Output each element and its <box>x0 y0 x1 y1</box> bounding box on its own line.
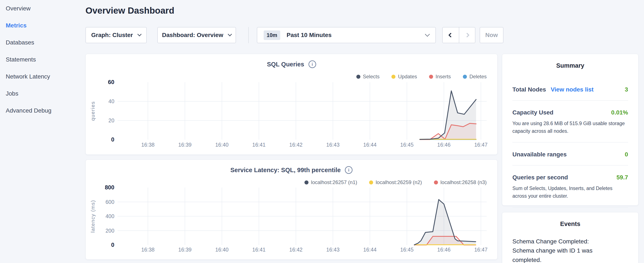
svg-text:16:47: 16:47 <box>474 142 488 148</box>
svg-text:16:45: 16:45 <box>400 142 414 148</box>
sidebar-item-metrics[interactable]: Metrics <box>6 22 82 29</box>
sql-queries-chart-svg: 16:3816:3916:4016:4116:4216:4316:4416:45… <box>86 54 497 154</box>
dashboard-dropdown-label: Dashboard: Overview <box>162 32 223 39</box>
svg-text:16:44: 16:44 <box>363 142 377 148</box>
time-range-badge: 10m <box>264 31 280 40</box>
svg-text:16:40: 16:40 <box>216 247 228 252</box>
page-title: Overview Dashboard <box>86 6 174 16</box>
sidebar-item-overview[interactable]: Overview <box>6 5 82 12</box>
controls-divider <box>248 27 249 43</box>
summary-value: 3 <box>625 86 628 93</box>
svg-text:600: 600 <box>106 199 114 205</box>
view-nodes-list-link[interactable]: View nodes list <box>551 86 594 93</box>
summary-label: Queries per second <box>512 174 568 181</box>
summary-label: Total Nodes <box>512 86 546 93</box>
events-title: Events <box>502 212 638 227</box>
svg-text:60: 60 <box>108 79 114 85</box>
now-button[interactable]: Now <box>480 27 504 43</box>
svg-text:16:39: 16:39 <box>178 142 191 148</box>
sidebar-item-jobs[interactable]: Jobs <box>6 90 82 97</box>
svg-text:0: 0 <box>111 242 114 248</box>
summary-value: 59.7 <box>616 174 628 181</box>
summary-title: Summary <box>502 54 638 69</box>
svg-text:16:39: 16:39 <box>178 247 191 252</box>
now-button-label: Now <box>485 32 498 39</box>
chevron-left-icon <box>448 33 453 38</box>
svg-text:16:47: 16:47 <box>474 247 488 252</box>
service-latency-chart-card: Service Latency: SQL, 99th percentile i … <box>86 160 498 259</box>
graph-scope-dropdown-label: Graph: Cluster <box>91 32 133 39</box>
summary-row-queries-per-second: Queries per second 59.7 Sum of Selects, … <box>512 166 628 207</box>
time-next-button[interactable] <box>459 28 475 43</box>
sidebar-item-statements[interactable]: Statements <box>6 56 82 63</box>
svg-text:800: 800 <box>105 184 114 191</box>
svg-text:16:38: 16:38 <box>141 247 154 252</box>
svg-text:40: 40 <box>108 98 114 104</box>
time-nav-group <box>442 27 476 43</box>
chevron-down-icon <box>425 32 430 37</box>
time-prev-button[interactable] <box>443 28 459 43</box>
summary-label: Unavailable ranges <box>512 151 566 158</box>
svg-text:16:41: 16:41 <box>252 247 266 252</box>
chevron-right-icon <box>465 33 470 38</box>
svg-text:0: 0 <box>111 136 114 143</box>
time-range-label: Past 10 Minutes <box>286 32 332 39</box>
time-range-picker[interactable]: 10m Past 10 Minutes <box>257 27 436 43</box>
summary-value: 0 <box>625 151 628 158</box>
svg-text:16:42: 16:42 <box>289 142 302 148</box>
summary-row-unavailable-ranges: Unavailable ranges 0 <box>512 143 628 166</box>
sidebar-item-advanced-debug[interactable]: Advanced Debug <box>6 107 82 114</box>
sql-queries-chart-card: SQL Queries i SelectsUpdatesInsertsDelet… <box>86 54 498 155</box>
svg-text:16:45: 16:45 <box>400 247 414 252</box>
chevron-down-icon <box>228 32 232 36</box>
svg-text:16:43: 16:43 <box>326 142 340 148</box>
summary-row-capacity-used: Capacity Used 0.01% You are using 28.6 M… <box>512 101 628 143</box>
chevron-down-icon <box>137 32 142 36</box>
svg-text:latency (ms): latency (ms) <box>90 200 96 232</box>
svg-text:16:42: 16:42 <box>289 247 302 252</box>
events-panel: Events Schema Change Completed: Schema c… <box>502 212 638 263</box>
graph-scope-dropdown[interactable]: Graph: Cluster <box>86 27 147 43</box>
service-latency-chart-svg: 16:3816:3916:4016:4116:4216:4316:4416:45… <box>86 160 497 259</box>
sidebar: Overview Metrics Databases Statements Ne… <box>6 5 82 124</box>
summary-label: Capacity Used <box>512 109 554 116</box>
sidebar-item-network-latency[interactable]: Network Latency <box>6 73 82 80</box>
svg-text:16:43: 16:43 <box>326 247 340 252</box>
svg-text:20: 20 <box>108 117 114 123</box>
svg-text:16:40: 16:40 <box>216 142 228 148</box>
dashboard-dropdown[interactable]: Dashboard: Overview <box>157 27 236 43</box>
summary-description: You are using 28.6 MiB of 515.9 GiB usab… <box>512 120 628 135</box>
svg-text:16:46: 16:46 <box>437 142 450 148</box>
svg-text:16:44: 16:44 <box>363 247 377 252</box>
summary-panel: Summary Total Nodes View nodes list 3 Ca… <box>502 54 638 205</box>
summary-description: Sum of Selects, Updates, Inserts, and De… <box>512 185 628 200</box>
svg-text:200: 200 <box>106 228 114 234</box>
svg-text:queries: queries <box>90 101 96 121</box>
svg-text:16:46: 16:46 <box>437 247 450 252</box>
summary-row-total-nodes: Total Nodes View nodes list 3 <box>512 78 628 101</box>
summary-value: 0.01% <box>611 109 628 116</box>
event-item-text: Schema Change Completed: Schema change w… <box>512 237 612 263</box>
svg-text:16:41: 16:41 <box>252 142 266 148</box>
sidebar-item-databases[interactable]: Databases <box>6 39 82 46</box>
svg-text:16:38: 16:38 <box>141 142 154 148</box>
svg-text:400: 400 <box>106 213 114 219</box>
